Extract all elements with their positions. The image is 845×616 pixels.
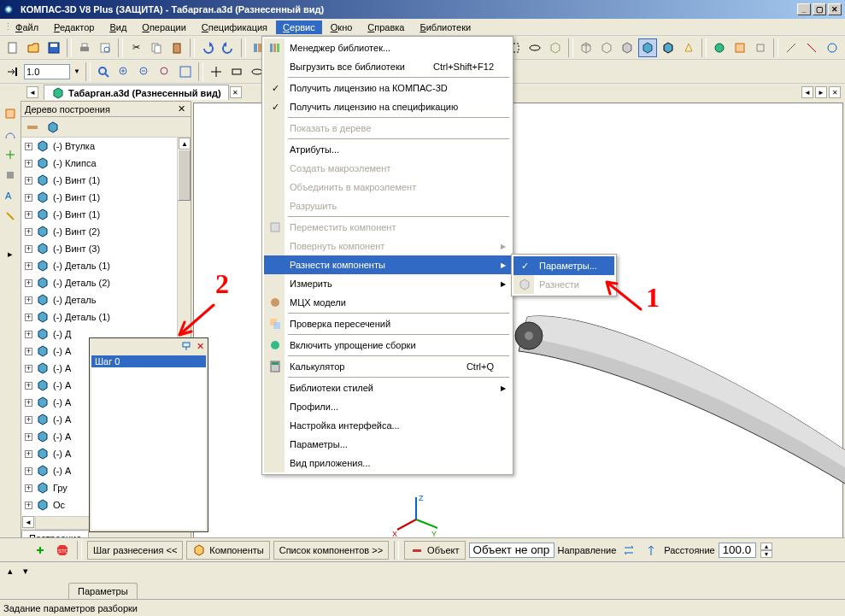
menu-specification[interactable]: Спецификация: [195, 21, 274, 34]
tool-a-icon[interactable]: [782, 38, 801, 57]
menu-style-libs[interactable]: Библиотеки стилей▶: [264, 378, 511, 397]
tree-close-icon[interactable]: ✕: [175, 103, 187, 114]
expand-icon[interactable]: +: [25, 262, 32, 270]
expand-icon[interactable]: +: [25, 348, 32, 355]
menu-editor[interactable]: Редактор: [47, 21, 101, 34]
expand-icon[interactable]: +: [25, 467, 32, 475]
expand-icon[interactable]: +: [25, 382, 32, 390]
components-button[interactable]: Компоненты: [186, 541, 269, 560]
steps-popup[interactable]: ✕ Шаг 0: [89, 337, 208, 532]
vtool-1-icon[interactable]: [1, 104, 20, 123]
close-button[interactable]: ✕: [828, 3, 842, 15]
new-doc-icon[interactable]: [3, 38, 22, 57]
minimize-button[interactable]: _: [797, 3, 811, 15]
expand-icon[interactable]: +: [25, 502, 32, 509]
dir-icon[interactable]: [642, 541, 660, 560]
cut-icon[interactable]: ✂: [126, 38, 145, 57]
object-button[interactable]: Объект: [404, 541, 465, 560]
expand-icon[interactable]: +: [25, 331, 32, 338]
nav-up-icon[interactable]: ▴: [3, 562, 17, 581]
menu-unload-libs[interactable]: Выгрузить все библиотекиCtrl+Shift+F12: [264, 57, 511, 76]
section-icon[interactable]: [731, 38, 749, 57]
menu-explode-comp[interactable]: Разнести компоненты▶ ✓Параметры... Разне…: [264, 255, 511, 274]
scale-dropdown-icon[interactable]: ▼: [72, 67, 82, 75]
popup-pin-icon[interactable]: [180, 340, 192, 352]
tree-tool-1-icon[interactable]: [23, 118, 42, 137]
shaded-icon[interactable]: [638, 38, 657, 57]
vtool-5-icon[interactable]: A: [1, 186, 20, 205]
dist-down-icon[interactable]: ▾: [760, 550, 772, 558]
tab-nav-right[interactable]: ►: [815, 86, 827, 98]
rotate-view-icon[interactable]: [525, 38, 544, 57]
tool-b-icon[interactable]: [802, 38, 821, 57]
document-tab[interactable]: Табарган.a3d (Разнесенный вид): [44, 85, 229, 100]
expand-icon[interactable]: +: [25, 433, 32, 441]
expand-icon[interactable]: +: [25, 365, 32, 373]
tree-item[interactable]: +(-) Деталь: [21, 291, 191, 308]
vtool-4-icon[interactable]: [1, 166, 20, 185]
menu-attributes[interactable]: Атрибуты...: [264, 140, 511, 159]
vtool-collapse-icon[interactable]: ▸: [1, 244, 20, 263]
dist-up-icon[interactable]: ▴: [760, 543, 772, 550]
open-icon[interactable]: [24, 38, 43, 57]
tab-close[interactable]: ✕: [230, 86, 242, 98]
shaded-edges-icon[interactable]: [659, 38, 678, 57]
hidden-removed-icon[interactable]: [618, 38, 637, 57]
expand-icon[interactable]: +: [25, 416, 32, 424]
perspective-icon[interactable]: [679, 38, 698, 57]
parameters-tab[interactable]: Параметры: [68, 583, 138, 599]
preview-icon[interactable]: [96, 38, 114, 57]
menu-ui-setup[interactable]: Настройка интерфейса...: [264, 416, 511, 435]
redo-icon[interactable]: [219, 38, 238, 57]
vtool-6-icon[interactable]: [1, 207, 20, 226]
menu-params[interactable]: Параметры...: [264, 435, 511, 454]
distance-input[interactable]: [719, 543, 756, 558]
menu-service[interactable]: Сервис: [276, 21, 322, 34]
menu-libraries[interactable]: Библиотеки: [414, 21, 478, 34]
zoom-all-icon[interactable]: [176, 62, 195, 81]
expand-icon[interactable]: +: [25, 296, 32, 304]
expand-icon[interactable]: +: [25, 450, 32, 458]
tab-scroll-left[interactable]: ◄: [26, 86, 38, 98]
vtool-3-icon[interactable]: [1, 145, 20, 164]
menu-lib-manager[interactable]: Менеджер библиотек...: [264, 38, 511, 57]
expand-icon[interactable]: +: [25, 279, 32, 287]
tree-tool-2-icon[interactable]: [44, 118, 62, 137]
menu-file[interactable]: Файл: [9, 21, 45, 34]
popup-list[interactable]: Шаг 0: [91, 355, 206, 530]
expand-icon[interactable]: +: [25, 245, 32, 253]
zoom-fit-icon[interactable]: [94, 62, 113, 81]
dir-toggle-icon[interactable]: [619, 541, 638, 560]
popup-close-icon[interactable]: ✕: [194, 340, 206, 352]
paste-icon[interactable]: [167, 38, 186, 57]
help-icon[interactable]: [31, 541, 50, 560]
tab-nav-close[interactable]: ✕: [829, 86, 841, 98]
expand-icon[interactable]: +: [25, 228, 32, 236]
object-status-field[interactable]: [469, 543, 555, 558]
menu-license-spec[interactable]: ✓Получить лицензию на спецификацию: [264, 97, 511, 116]
stop-action-icon[interactable]: STOP: [53, 541, 72, 560]
tool-c-icon[interactable]: [823, 38, 842, 57]
menu-operations[interactable]: Операции: [135, 21, 192, 34]
tree-item[interactable]: +(-) Винт (1): [21, 206, 191, 223]
step-button[interactable]: Шаг разнесения <<: [87, 541, 183, 560]
simplify-icon[interactable]: [710, 38, 729, 57]
scroll-thumb[interactable]: [178, 150, 191, 201]
popup-item-selected[interactable]: Шаг 0: [91, 355, 206, 367]
tree-item[interactable]: +(-) Винт (1): [21, 172, 191, 189]
undo-icon[interactable]: [198, 38, 217, 57]
zoom-out-icon[interactable]: [135, 62, 154, 81]
tab-nav-left[interactable]: ◄: [801, 86, 813, 98]
hidden-thin-icon[interactable]: [597, 38, 616, 57]
tree-item[interactable]: +(-) Клипса: [21, 155, 191, 172]
nav-dn-icon[interactable]: ▾: [19, 562, 32, 581]
expand-icon[interactable]: +: [25, 484, 32, 492]
menu-view[interactable]: Вид: [103, 21, 133, 34]
menu-calc[interactable]: КалькуляторCtrl+Q: [264, 357, 511, 376]
menu-help[interactable]: Справка: [361, 21, 411, 34]
menu-app-view[interactable]: Вид приложения...: [264, 454, 511, 472]
maximize-button[interactable]: ▢: [813, 3, 826, 15]
expand-icon[interactable]: +: [25, 143, 32, 150]
zoom-in-icon[interactable]: [114, 62, 133, 81]
expand-icon[interactable]: +: [25, 177, 32, 185]
